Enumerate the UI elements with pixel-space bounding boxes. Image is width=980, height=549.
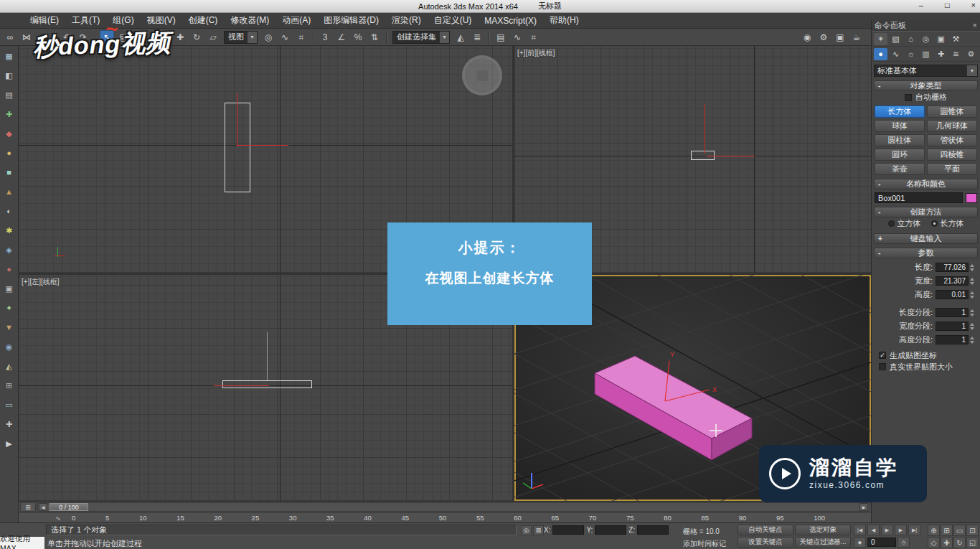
go-to-start-button[interactable]: |◀: [854, 525, 866, 535]
docked-tool-icon-16[interactable]: ◉: [4, 341, 15, 352]
object-color-swatch[interactable]: [966, 193, 977, 203]
add-time-tag[interactable]: 添加时间标记: [683, 539, 726, 549]
object-type-cone-button[interactable]: 圆锥体: [927, 105, 977, 118]
pan-icon[interactable]: ✚: [941, 537, 953, 548]
selection-set-filter-button[interactable]: 选定对象: [795, 525, 851, 535]
docked-tool-icon-5[interactable]: ◆: [4, 128, 15, 139]
command-panel-header[interactable]: 命令面板 ×: [872, 19, 980, 32]
object-type-teapot-button[interactable]: 茶壶: [875, 163, 925, 175]
docked-tool-icon-21[interactable]: ▶: [4, 438, 15, 449]
zoom-icon[interactable]: ⊕: [928, 525, 940, 536]
docked-tool-icon-4[interactable]: ✚: [4, 108, 15, 120]
time-configuration-icon[interactable]: ◷: [897, 537, 910, 548]
motion-tab-icon[interactable]: ◎: [919, 33, 933, 45]
docked-tool-icon-19[interactable]: ▭: [4, 399, 15, 410]
docked-tool-icon-18[interactable]: ⊞: [4, 380, 15, 391]
docked-tool-icon-20[interactable]: ✚: [4, 418, 15, 430]
rollout-parameters[interactable]: - 参数: [874, 248, 978, 258]
docked-tool-icon-15[interactable]: ▼: [4, 322, 15, 333]
curve-editor-icon[interactable]: ∿: [510, 30, 524, 44]
collapse-icon[interactable]: -: [878, 248, 880, 258]
menu-help[interactable]: 帮助(H): [544, 13, 585, 28]
geometry-category-icon[interactable]: ●: [874, 48, 887, 60]
track-bar[interactable]: 0510152025303540455055606570758085909510…: [19, 512, 871, 523]
rollout-object-type[interactable]: - 对象类型: [874, 80, 978, 91]
render-production-icon[interactable]: ☕: [849, 30, 864, 44]
previous-frame-button[interactable]: ◀: [867, 525, 880, 535]
collapse-icon[interactable]: -: [878, 207, 880, 217]
docked-tool-icon-6[interactable]: ●: [4, 147, 15, 159]
object-type-torus-button[interactable]: 圆环: [875, 149, 925, 161]
spinner-arrows[interactable]: [970, 323, 974, 330]
docked-tool-icon-8[interactable]: ▲: [4, 186, 15, 197]
viewport-layout-button[interactable]: ⊞: [20, 502, 36, 512]
docked-tool-icon-2[interactable]: ◧: [4, 70, 15, 81]
object-name-field[interactable]: Box001: [875, 192, 963, 203]
docked-tool-icon-7[interactable]: ■: [4, 166, 15, 178]
creation-method-cube-radio[interactable]: 立方体: [888, 218, 921, 229]
rollout-creation-method[interactable]: - 创建方法: [874, 207, 978, 217]
spinner-arrows[interactable]: [970, 278, 974, 285]
next-frame-arrow[interactable]: ▶: [859, 503, 868, 511]
collapse-icon[interactable]: -: [878, 179, 880, 189]
mini-curve-editor-button[interactable]: ∿: [53, 514, 63, 522]
utilities-tab-icon[interactable]: ⚒: [949, 33, 963, 45]
spinner-field[interactable]: 0.01: [936, 290, 969, 299]
previous-frame-arrow[interactable]: ◀: [39, 503, 47, 511]
field-of-view-icon[interactable]: ◇: [928, 537, 940, 548]
spacewarps-category-icon[interactable]: ≋: [949, 48, 963, 60]
menu-graph-editors[interactable]: 图形编辑器(D): [318, 13, 385, 28]
maximize-button[interactable]: □: [945, 1, 950, 9]
expand-icon[interactable]: +: [878, 234, 882, 243]
minimize-button[interactable]: –: [919, 1, 923, 9]
viewport-label-left[interactable]: [+][左][线框]: [22, 277, 60, 287]
docked-tool-icon-9[interactable]: ◐: [4, 205, 15, 217]
docked-tool-icon-1[interactable]: ▦: [4, 50, 15, 62]
autogrid-checkbox[interactable]: [905, 94, 912, 101]
zoom-all-icon[interactable]: ⊞: [941, 525, 953, 536]
menu-edit[interactable]: 编辑(E): [24, 13, 65, 28]
cameras-category-icon[interactable]: ▥: [919, 48, 933, 60]
docked-tool-icon-12[interactable]: ●: [4, 263, 15, 275]
zoom-extents-all-icon[interactable]: ⊡: [966, 525, 979, 536]
create-tab-icon[interactable]: ✶: [874, 33, 887, 45]
lights-category-icon[interactable]: ☼: [904, 48, 918, 60]
spinner-field[interactable]: 1: [936, 322, 969, 331]
select-and-scale-icon[interactable]: ▱: [206, 30, 220, 44]
spinner-arrows[interactable]: [970, 337, 974, 344]
docked-tool-icon-13[interactable]: ▣: [4, 283, 15, 294]
go-to-end-button[interactable]: ▶|: [908, 525, 920, 535]
select-and-move-icon[interactable]: ✚: [173, 30, 187, 44]
time-slider-track[interactable]: ◀ 0 / 100 ▶: [37, 502, 870, 512]
set-key-button[interactable]: 设置关键点: [738, 537, 793, 548]
use-center-icon[interactable]: ◎: [261, 30, 275, 44]
spinner-arrows[interactable]: [970, 309, 974, 316]
spinner-snap-icon[interactable]: ⇅: [367, 30, 382, 44]
key-mode-toggle[interactable]: ◆: [854, 537, 866, 548]
close-button[interactable]: ×: [971, 1, 976, 9]
unlink-selection-icon[interactable]: ⋈: [19, 30, 34, 44]
docked-tool-icon-10[interactable]: ✱: [4, 225, 15, 236]
object-type-plane-button[interactable]: 平面: [927, 163, 977, 175]
auto-key-button[interactable]: 自动关键点: [738, 525, 793, 535]
menu-views[interactable]: 视图(V): [141, 13, 182, 28]
play-button[interactable]: ▶: [881, 525, 893, 535]
time-slider-handle[interactable]: 0 / 100: [50, 503, 88, 511]
percent-snap-icon[interactable]: %: [351, 30, 365, 44]
hierarchy-tab-icon[interactable]: ⌂: [904, 33, 918, 45]
zoom-extents-icon[interactable]: ▭: [953, 525, 966, 536]
keyboard-override-icon[interactable]: ⌗: [294, 30, 308, 44]
snaps-toggle-icon[interactable]: 3: [318, 30, 332, 44]
render-setup-icon[interactable]: ⚙: [816, 30, 831, 44]
helpers-category-icon[interactable]: ✚: [934, 48, 948, 60]
rollout-name-color[interactable]: - 名称和颜色: [874, 179, 978, 189]
object-type-sphere-button[interactable]: 球体: [875, 120, 925, 132]
isolate-selection-icon[interactable]: ◎: [521, 525, 532, 535]
menu-maxscript[interactable]: MAXScript(X): [479, 14, 542, 27]
mirror-icon[interactable]: ◭: [453, 30, 468, 44]
close-icon[interactable]: ×: [973, 21, 977, 29]
object-type-box-button[interactable]: 长方体: [875, 105, 925, 118]
menu-animation[interactable]: 动画(A): [276, 13, 316, 28]
spinner-arrows[interactable]: [970, 264, 974, 271]
object-type-tube-button[interactable]: 管状体: [927, 134, 977, 146]
